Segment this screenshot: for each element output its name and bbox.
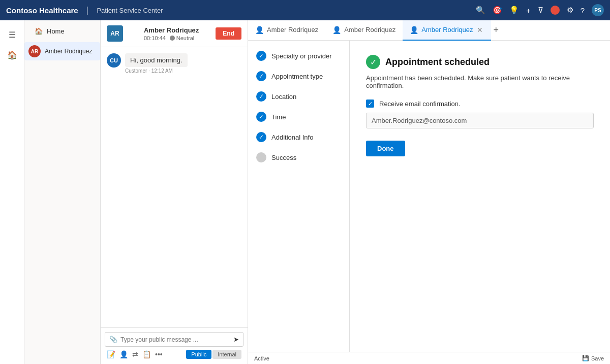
agent-sidebar: 🏠 Home AR Amber Rodriquez — [24, 20, 101, 364]
success-icon: ✓ — [366, 55, 380, 69]
idea-icon[interactable]: 💡 — [509, 6, 519, 15]
notification-badge[interactable] — [551, 6, 560, 15]
step-time-check: ✓ — [256, 112, 266, 122]
chat-visibility-toggle: Public Internal — [186, 350, 241, 359]
tab-3-person-icon: 👤 — [410, 26, 418, 34]
internal-toggle-button[interactable]: Internal — [212, 350, 241, 359]
message-timestamp: Customer · 12:12 AM — [125, 68, 188, 74]
sentiment-label: Neutral — [176, 35, 194, 41]
end-call-button[interactable]: End — [216, 27, 241, 40]
tab-2[interactable]: 👤 Amber Rodriquez — [325, 20, 403, 41]
chat-header-name: Amber Rodriquez — [144, 26, 199, 34]
brand-divider: | — [86, 5, 89, 16]
settings-icon[interactable]: ⚙ — [567, 6, 573, 15]
save-icon: 💾 — [582, 355, 589, 361]
step-success-label: Success — [271, 154, 296, 161]
chat-tool-template-icon[interactable]: 📋 — [142, 350, 151, 358]
step-location-label: Location — [271, 93, 296, 101]
message-content: Hi, good morning. Customer · 12:12 AM — [125, 53, 188, 74]
step-additional: ✓ Additional Info — [256, 132, 341, 142]
sidebar-home-link[interactable]: 🏠 Home — [30, 24, 94, 38]
content-area: 👤 Amber Rodriquez 👤 Amber Rodriquez 👤 Am… — [248, 20, 610, 364]
chat-tool-notes-icon[interactable]: 📝 — [107, 350, 115, 358]
search-icon[interactable]: 🔍 — [476, 6, 485, 15]
steps-panel: ✓ Specialty or provider ✓ Appointment ty… — [248, 41, 350, 352]
filter-icon[interactable]: ⊽ — [538, 6, 543, 15]
chat-header-meta: 00:10:44 Neutral — [144, 35, 199, 41]
message-bubble: Hi, good morning. — [125, 53, 188, 67]
add-tab-button[interactable]: + — [493, 25, 499, 36]
tab-3-close-button[interactable]: ✕ — [476, 26, 484, 34]
tab-3[interactable]: 👤 Amber Rodriquez ✕ — [403, 20, 491, 41]
help-icon[interactable]: ? — [581, 6, 585, 15]
step-additional-label: Additional Info — [271, 134, 313, 141]
step-specialty-label: Specialty or provider — [271, 52, 332, 60]
scheduled-description: Appointment has been scheduled. Make sur… — [366, 74, 594, 89]
confirmation-row: ✓ Receive email confirmation. — [366, 100, 594, 108]
tab-1-person-icon: 👤 — [255, 26, 264, 34]
hamburger-menu-icon[interactable]: ☰ — [3, 25, 21, 44]
home-icon[interactable]: 🏠 — [3, 46, 21, 64]
tab-1-label: Amber Rodriquez — [267, 26, 318, 34]
user-avatar[interactable]: PS — [592, 4, 604, 16]
step-time: ✓ Time — [256, 112, 341, 122]
step-success: Success — [256, 152, 341, 162]
status-label: Active — [254, 355, 269, 361]
step-success-check — [256, 152, 266, 162]
email-confirmation-checkbox[interactable]: ✓ — [366, 100, 374, 108]
save-label: Save — [591, 355, 604, 361]
chat-toolbar: 📝 👤 ⇄ 📋 ••• Public Internal — [105, 347, 243, 360]
home-icon-small: 🏠 — [35, 27, 43, 35]
step-additional-check: ✓ — [256, 132, 266, 142]
tab-2-person-icon: 👤 — [332, 26, 341, 34]
attachment-icon[interactable]: 📎 — [109, 336, 117, 343]
confirmation-label: Receive email confirmation. — [379, 100, 461, 108]
brand-logo: Contoso Healthcare — [6, 6, 78, 15]
neutral-dot — [170, 36, 175, 41]
step-appt-type-label: Appointment type — [271, 73, 323, 80]
email-confirmation-input[interactable] — [366, 113, 594, 128]
chat-messages: CU Hi, good morning. Customer · 12:12 AM — [101, 47, 248, 327]
public-toggle-button[interactable]: Public — [186, 350, 211, 359]
scheduled-title: Appointment scheduled — [385, 57, 490, 68]
form-area: ✓ Appointment scheduled Appointment has … — [350, 41, 610, 352]
sentiment-badge: Neutral — [170, 35, 194, 41]
left-sidebar: ☰ 🏠 — [0, 20, 24, 364]
agent-name: Amber Rodriquez — [45, 48, 92, 55]
status-bar: Active 💾 Save — [248, 352, 610, 364]
save-button[interactable]: 💾 Save — [582, 355, 604, 361]
tab-3-label: Amber Rodriquez — [421, 26, 473, 34]
chat-tool-more-icon[interactable]: ••• — [155, 350, 163, 358]
chat-input[interactable] — [120, 336, 230, 343]
step-specialty-check: ✓ — [256, 51, 266, 61]
add-icon[interactable]: + — [526, 6, 531, 15]
chat-header: AR Amber Rodriquez 00:10:44 Neutral End — [101, 20, 248, 47]
sidebar-agent-item[interactable]: AR Amber Rodriquez — [24, 42, 100, 60]
step-specialty: ✓ Specialty or provider — [256, 51, 341, 61]
step-appt-type-check: ✓ — [256, 71, 266, 81]
message-item: CU Hi, good morning. Customer · 12:12 AM — [107, 53, 241, 74]
chat-input-row: 📎 ➤ — [105, 332, 243, 347]
tab-2-label: Amber Rodriquez — [344, 26, 395, 34]
message-sender-avatar: CU — [107, 53, 121, 68]
topbar-icons: 🔍 🎯 💡 + ⊽ ⚙ ? PS — [476, 4, 604, 16]
done-button[interactable]: Done — [366, 141, 405, 156]
chat-tool-person-icon[interactable]: 👤 — [119, 350, 128, 358]
chat-tool-transfer-icon[interactable]: ⇄ — [132, 350, 138, 358]
step-location-check: ✓ — [256, 91, 266, 102]
agent-avatar: AR — [28, 45, 41, 57]
step-time-label: Time — [271, 113, 286, 121]
step-appt-type: ✓ Appointment type — [256, 71, 341, 81]
scheduled-header: ✓ Appointment scheduled — [366, 55, 594, 69]
inner-content: ✓ Specialty or provider ✓ Appointment ty… — [248, 41, 610, 352]
send-icon[interactable]: ➤ — [233, 336, 239, 343]
chat-header-info: Amber Rodriquez 00:10:44 Neutral — [144, 26, 199, 41]
step-location: ✓ Location — [256, 91, 341, 102]
tab-1[interactable]: 👤 Amber Rodriquez — [248, 20, 325, 41]
target-icon[interactable]: 🎯 — [493, 6, 502, 15]
main-layout: ☰ 🏠 🏠 Home AR Amber Rodriquez AR Amber R… — [0, 20, 610, 364]
chat-input-area: 📎 ➤ 📝 👤 ⇄ 📋 ••• Public Internal — [101, 327, 248, 364]
top-bar: Contoso Healthcare | Patient Service Cen… — [0, 0, 610, 20]
chat-panel: AR Amber Rodriquez 00:10:44 Neutral End … — [101, 20, 248, 364]
tabs-bar: 👤 Amber Rodriquez 👤 Amber Rodriquez 👤 Am… — [248, 20, 610, 41]
